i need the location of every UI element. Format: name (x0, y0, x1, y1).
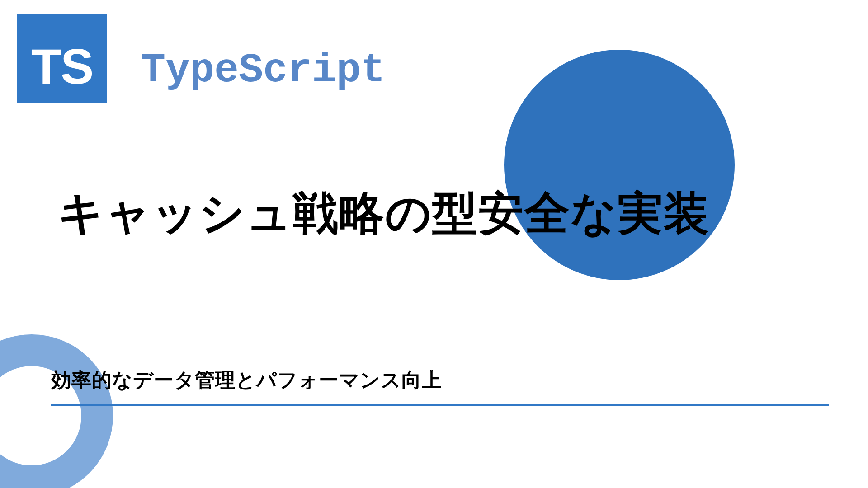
slide-title: キャッシュ戦略の型安全な実装 (58, 178, 841, 248)
slide-subtitle: 効率的なデータ管理とパフォーマンス向上 (51, 367, 829, 404)
divider-line (51, 404, 829, 406)
brand-label: TypeScript (141, 47, 385, 94)
decorative-ring (0, 334, 113, 488)
subtitle-section: 効率的なデータ管理とパフォーマンス向上 (51, 367, 829, 406)
typescript-logo: TS (17, 14, 107, 103)
logo-text: TS (31, 38, 93, 95)
